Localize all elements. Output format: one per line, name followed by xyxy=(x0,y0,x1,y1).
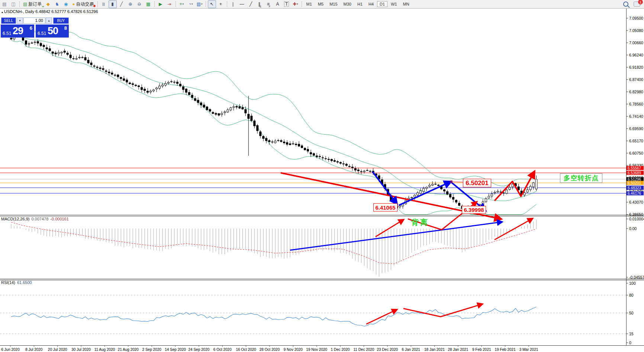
price-badge-text: 6.46176 xyxy=(628,191,641,196)
annotation-arrows[interactable] xyxy=(281,172,534,324)
candle-body xyxy=(46,48,48,49)
buy-button[interactable]: BUY xyxy=(53,17,69,24)
signals-icon[interactable]: ◉ xyxy=(62,0,70,8)
mql5-community-icon[interactable]: ♞ xyxy=(53,0,61,8)
candle-body xyxy=(215,113,217,114)
mt4-terminal-window: ▤◫▤+新订单◆♞◉●自动交易|||▮╱⊕⊖▦▶⇥+▾◔▾▧▾↖+|—╱∥E≡F… xyxy=(0,0,644,352)
bollinger-upper-band xyxy=(11,31,537,187)
candle-body xyxy=(150,91,152,92)
text-label-icon[interactable]: T xyxy=(283,0,291,8)
cursor-icon[interactable]: ↖ xyxy=(208,0,216,8)
collapse-triangle-icon[interactable]: ▴ xyxy=(1,10,3,14)
date-label: 19 Nov 2020 xyxy=(306,348,327,352)
macd-blue-trendline-arrow[interactable] xyxy=(290,222,502,250)
candle-body xyxy=(345,164,347,165)
sell-price-display[interactable]: 6.51 29 6 xyxy=(1,25,34,38)
turning-point-annotation[interactable]: 多空转折点 xyxy=(560,173,602,183)
templates-icon[interactable]: ▧▾ xyxy=(196,0,204,8)
price-annotation-6.41065[interactable]: 6.41065 xyxy=(373,203,397,211)
horizontal-level-lines[interactable] xyxy=(0,168,626,193)
periods-icon[interactable]: ◔▾ xyxy=(187,0,195,8)
candlesticks xyxy=(10,32,537,214)
price-annotation-6.50201[interactable]: 6.50201 xyxy=(463,179,491,187)
candle-body xyxy=(164,83,166,85)
search-icon[interactable] xyxy=(623,1,628,7)
timeframe-button-M15[interactable]: M15 xyxy=(327,1,340,7)
auto-trading-button[interactable]: ●自动交易 xyxy=(70,1,96,8)
zoom-out-icon: ⊖ xyxy=(138,1,141,7)
candle-body xyxy=(313,154,315,155)
candle-body xyxy=(105,71,107,72)
candle-body xyxy=(532,183,534,187)
indicators-icon[interactable]: +▾ xyxy=(178,0,186,8)
bar-chart-icon[interactable]: ||| xyxy=(100,0,108,8)
date-label: 3 Mar 2021 xyxy=(519,348,538,352)
macd-signal-value: -0.000161 xyxy=(50,217,69,221)
market-gold-icon[interactable]: ◆ xyxy=(44,0,52,8)
line-chart-icon[interactable]: ╱ xyxy=(117,0,126,8)
date-label: 8 Jul 2020 xyxy=(25,348,43,352)
vertical-line-icon[interactable]: | xyxy=(229,0,237,8)
candlestick-chart-icon[interactable]: ▮ xyxy=(109,0,117,8)
equidistant-channel-icon[interactable]: ∥E xyxy=(256,0,264,8)
candle-body xyxy=(37,41,39,43)
candle-body xyxy=(354,168,356,170)
timeframe-button-M30[interactable]: M30 xyxy=(341,1,354,7)
chart-window-icon[interactable]: ◫ xyxy=(9,0,17,8)
timeframe-button-M1[interactable]: M1 xyxy=(304,1,315,7)
bar-chart-icon: ||| xyxy=(102,2,105,6)
axis-tick-label: 80 xyxy=(629,293,634,297)
candle-body xyxy=(337,161,338,162)
fibonacci-icon[interactable]: ≡F xyxy=(265,0,273,8)
new-order-button[interactable]: ▤+新订单 xyxy=(21,1,44,8)
red-zigzag-up-arrow[interactable] xyxy=(495,172,534,201)
candle-body xyxy=(239,107,241,108)
chart-window-icon: ◫ xyxy=(11,1,15,7)
tile-windows-icon[interactable]: ▦ xyxy=(144,0,152,8)
horizontal-line-icon[interactable]: — xyxy=(238,0,246,8)
timeframe-button-H4[interactable]: H4 xyxy=(366,1,376,7)
arrows-icon[interactable]: ✚▾ xyxy=(292,0,300,8)
timeframe-button-D1[interactable]: D1 xyxy=(377,1,387,7)
candle-body xyxy=(144,89,146,90)
chat-icon[interactable]: 1 xyxy=(634,1,640,7)
macd-red-up-arrow-1[interactable] xyxy=(376,220,403,237)
market-gold-icon: ◆ xyxy=(46,1,50,7)
rsi-red-up-arrow-1[interactable] xyxy=(366,310,397,324)
zoom-in-icon[interactable]: ⊕ xyxy=(126,0,135,8)
chart-canvas[interactable]: 7.095007.050807.006606.962406.918206.874… xyxy=(0,0,644,352)
date-label: 16 Oct 2020 xyxy=(236,348,256,352)
timeframe-button-MN[interactable]: MN xyxy=(400,1,412,7)
candle-body xyxy=(283,142,285,143)
candle-body xyxy=(488,196,490,198)
candle-body xyxy=(161,85,163,86)
divergence-annotation[interactable]: 背离 xyxy=(411,217,429,227)
time-axis[interactable]: 6 Jun 20208 Jul 202020 Jul 202030 Jul 20… xyxy=(1,346,538,352)
volume-decrease-button[interactable]: ▼ xyxy=(17,17,23,24)
candle-body xyxy=(102,68,104,70)
buy-price-display[interactable]: 6.51 50 8 xyxy=(36,25,69,38)
price-annotation-6.39998[interactable]: 6.39998 xyxy=(462,206,486,214)
candle-body xyxy=(176,82,178,84)
timeframe-button-M5[interactable]: M5 xyxy=(315,1,326,7)
periods-icon: ◔ xyxy=(189,1,191,7)
indicators-icon: + xyxy=(180,1,182,7)
zoom-out-icon[interactable]: ⊖ xyxy=(135,0,144,8)
sell-button[interactable]: SELL xyxy=(1,17,16,24)
new-chart-icon[interactable]: ▤ xyxy=(0,0,9,8)
timeframe-toolbar: M1M5M15M30H1H4D1W1MN xyxy=(303,1,412,7)
volume-input[interactable]: 1.00 xyxy=(23,17,45,24)
candle-body xyxy=(292,143,294,144)
auto-scroll-icon[interactable]: ▶ xyxy=(157,0,165,8)
buy-price-small: 6.51 xyxy=(38,31,46,36)
trendline-icon[interactable]: ╱ xyxy=(247,0,255,8)
axis-tick-label: 15 xyxy=(629,332,634,336)
volume-increase-button[interactable]: ▲ xyxy=(46,17,52,24)
chart-shift-icon[interactable]: ⇥ xyxy=(165,0,174,8)
text-icon[interactable]: A xyxy=(274,0,282,8)
candle-body xyxy=(25,41,27,44)
timeframe-button-H1[interactable]: H1 xyxy=(355,1,365,7)
timeframe-button-W1[interactable]: W1 xyxy=(388,1,400,7)
crosshair-icon[interactable]: + xyxy=(217,0,225,8)
rsi-red-zigzag-arrow[interactable] xyxy=(403,304,482,317)
